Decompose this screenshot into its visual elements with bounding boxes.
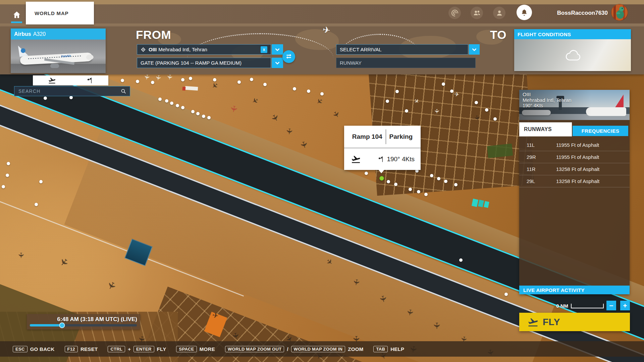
swap-from-to-button[interactable] [282,50,295,63]
parking-spot-dot[interactable] [444,180,447,183]
key-badge: WORLD MAP ZOOM OUT [225,346,284,352]
runway-row[interactable]: 11L11955 Ft of Asphalt [519,139,630,151]
windsock-filter-button[interactable] [87,77,93,84]
parking-spot-dot[interactable] [504,293,508,296]
parking-spot-dot[interactable] [6,174,9,177]
selected-parking-dot[interactable] [379,176,384,181]
parking-spot-dot[interactable] [387,180,390,183]
parking-spot-dot[interactable] [437,177,440,180]
arrival-airport-field[interactable]: SELECT ARRIVAL [336,44,468,55]
parking-spot-dot[interactable] [121,79,124,82]
parking-spot-dot[interactable] [2,185,5,188]
parking-spot-dot[interactable] [386,100,389,103]
parking-spot-dot[interactable] [165,99,168,103]
runway-row[interactable]: 29L13258 Ft of Asphalt [519,175,630,187]
chevron-down-icon [275,60,280,66]
parking-spot-dot[interactable] [395,90,399,93]
tab-world-map[interactable]: WORLD MAP [26,2,94,24]
search-input[interactable] [18,88,120,94]
airport-info-panel: OIII Mehrabad Intl, Tehran 190° 4Kts RUN… [519,90,630,294]
parking-spot-dot[interactable] [250,78,253,81]
parking-spot-dot[interactable] [237,80,241,84]
parking-spot-dot[interactable] [44,97,47,100]
parking-spot-dot[interactable] [196,112,200,115]
parking-spot-dot[interactable] [136,80,139,83]
parking-spot-dot[interactable] [417,190,420,193]
parking-spot-dot[interactable] [181,78,184,81]
parking-spot-dot[interactable] [424,193,428,196]
parking-spot-dot[interactable] [394,183,397,186]
hotkey-label: RESET [80,346,98,352]
runway-id: 29L [527,178,556,184]
key-badge: TAB [373,346,388,352]
departure-slot-field[interactable]: GATE (PARKING 104 -- RAMP GA MEDIUM) [137,58,271,68]
avatar[interactable] [611,4,628,21]
parked-aircraft: ✈ [454,91,460,98]
friends-button[interactable] [471,7,483,19]
parking-spot-dot[interactable] [493,117,497,121]
selected-aircraft-panel[interactable]: Airbus A320 IranAir [11,28,106,73]
parking-spot-dot[interactable] [430,174,433,177]
parking-spot-dot[interactable] [158,98,162,101]
live-airport-activity-banner[interactable]: LIVE AIRPORT ACTIVITY [519,286,630,294]
parking-spot-dot[interactable] [181,106,184,109]
parked-aircraft: ✈ [166,74,174,80]
username[interactable]: BossRaccoon7630 [541,10,608,16]
runway-row[interactable]: 11R13258 Ft of Asphalt [519,163,630,175]
departure-slot-dropdown-button[interactable] [272,58,283,68]
home-button[interactable] [11,9,22,20]
parked-aircraft: ✈ [285,128,293,135]
parking-spot-dot[interactable] [151,81,154,84]
activities-button[interactable] [448,7,461,19]
parking-spot-dot[interactable] [450,89,453,93]
hotkey-label: GO BACK [30,346,55,352]
profile-button[interactable] [493,7,505,19]
fly-button[interactable]: FLY [519,313,630,331]
parking-spot-dot[interactable] [207,116,211,119]
parked-aircraft: ✈ [212,312,219,320]
parking-spot-dot[interactable] [475,101,478,104]
tab-world-map-label: WORLD MAP [35,10,68,16]
parking-spot-dot[interactable] [39,180,43,183]
parking-spot-dot[interactable] [176,104,179,107]
parking-spot-dot[interactable] [485,108,488,112]
parking-spot-dot[interactable] [69,96,73,99]
parking-spot-dot[interactable] [320,92,324,96]
runway-id: 11L [527,142,556,148]
parking-spot-dot[interactable] [189,77,192,80]
parking-spot-dot[interactable] [442,82,445,86]
parked-aircraft: ✈ [434,109,440,114]
runway-row[interactable]: 29R11955 Ft of Asphalt [519,151,630,163]
parking-spot-dot[interactable] [454,183,458,186]
clear-departure-button[interactable]: x [261,46,267,53]
map-zoom-out-button[interactable]: − [606,301,616,310]
tab-frequencies[interactable]: FREQUENCIES [573,126,628,136]
map-search[interactable] [14,86,130,96]
time-slider-thumb[interactable] [59,322,65,328]
time-slider[interactable] [30,324,137,326]
parking-spot-dot[interactable] [459,258,463,262]
parking-spot-dot[interactable] [365,172,368,175]
parked-aircraft: ✈ [231,332,240,340]
arrival-runway-field[interactable]: RUNWAY [336,58,476,68]
departures-filter-button[interactable] [48,76,56,84]
bell-icon [520,8,528,16]
parking-spot-dot[interactable] [191,110,195,113]
parking-spot-dot[interactable] [263,83,267,86]
map-zoom-in-button[interactable]: + [620,301,630,310]
departure-airport-field[interactable]: OIII Mehrabad Intl, Tehran x [137,44,271,55]
parking-spot-dot[interactable] [405,109,408,113]
departure-dropdown-button[interactable] [272,44,283,55]
parking-spot-dot[interactable] [409,188,412,191]
flight-conditions-panel[interactable]: FLIGHT CONDITIONS [514,29,631,71]
parking-spot-dot[interactable] [293,87,296,90]
parking-spot-dot[interactable] [202,115,205,118]
parking-spot-dot[interactable] [307,89,310,93]
parking-spot-dot[interactable] [35,203,38,206]
parking-spot-dot[interactable] [7,162,10,165]
notifications-button[interactable] [517,5,532,20]
key-badge: F12 [65,346,78,352]
arrival-dropdown-button[interactable] [469,44,480,55]
tab-runways[interactable]: RUNWAYS [519,122,572,136]
parking-spot-dot[interactable] [170,102,173,105]
